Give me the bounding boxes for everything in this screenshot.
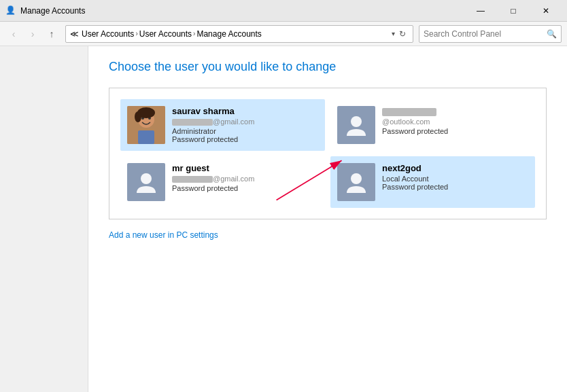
breadcrumb-part-3[interactable]: Manage Accounts bbox=[196, 29, 261, 39]
account-card-outlook[interactable]: @outlook.com Password protected bbox=[330, 99, 535, 151]
search-icon: 🔍 bbox=[547, 29, 557, 39]
name-blur-outlook bbox=[382, 108, 436, 116]
account-email-mrguest: @gmail.com bbox=[172, 175, 318, 183]
breadcrumb-part-2[interactable]: User Accounts bbox=[139, 29, 192, 39]
up-button[interactable]: ↑ bbox=[44, 26, 60, 42]
close-button[interactable]: ✕ bbox=[530, 0, 562, 22]
refresh-button[interactable]: ↻ bbox=[395, 26, 410, 41]
address-icon: ≪ bbox=[70, 29, 79, 39]
account-email-saurav: @gmail.com bbox=[172, 118, 318, 126]
account-protected-next2god: Password protected bbox=[382, 183, 528, 191]
avatar-image-saurav bbox=[127, 106, 165, 144]
main-area: Choose the user you would like to change bbox=[0, 46, 567, 392]
account-protected-outlook: Password protected bbox=[382, 127, 528, 135]
search-input[interactable] bbox=[424, 29, 547, 39]
account-info-outlook: @outlook.com Password protected bbox=[382, 106, 528, 135]
minimize-button[interactable]: — bbox=[465, 0, 496, 22]
account-name-saurav: saurav sharma bbox=[172, 106, 318, 116]
navigation-bar: ‹ › ↑ ≪ User Accounts › User Accounts › … bbox=[0, 22, 567, 46]
email-blur-saurav bbox=[172, 119, 213, 126]
window-title: Manage Accounts bbox=[20, 6, 465, 16]
avatar-next2god bbox=[337, 163, 375, 201]
email-suffix-mrguest: @gmail.com bbox=[213, 175, 254, 183]
account-name-outlook bbox=[382, 106, 528, 116]
account-type-saurav: Administrator bbox=[172, 127, 318, 135]
avatar-outlook bbox=[337, 106, 375, 144]
person-icon-mrguest bbox=[134, 170, 158, 194]
account-info-mrguest: mr guest @gmail.com Password protected bbox=[172, 163, 318, 192]
person-icon-next2god bbox=[344, 170, 368, 194]
accounts-container: saurav sharma @gmail.com Administrator P… bbox=[109, 88, 547, 219]
forward-button[interactable]: › bbox=[24, 26, 41, 42]
breadcrumb-part-1[interactable]: User Accounts bbox=[82, 29, 134, 39]
address-bar[interactable]: ≪ User Accounts › User Accounts › Manage… bbox=[65, 25, 413, 43]
account-email-outlook: @outlook.com bbox=[382, 118, 528, 126]
account-card-saurav[interactable]: saurav sharma @gmail.com Administrator P… bbox=[120, 99, 325, 151]
avatar-mrguest bbox=[127, 163, 165, 201]
sidebar bbox=[0, 46, 88, 392]
svg-point-7 bbox=[351, 116, 362, 127]
account-protected-saurav: Password protected bbox=[172, 135, 318, 143]
maximize-button[interactable]: □ bbox=[498, 0, 529, 22]
page-heading: Choose the user you would like to change bbox=[109, 60, 547, 74]
account-type-next2god: Local Account bbox=[382, 175, 528, 183]
avatar-saurav bbox=[127, 106, 165, 144]
account-name-next2god: next2god bbox=[382, 163, 528, 173]
account-info-saurav: saurav sharma @gmail.com Administrator P… bbox=[172, 106, 318, 143]
app-icon: 👤 bbox=[5, 5, 16, 16]
svg-point-9 bbox=[351, 173, 362, 184]
content-area: Choose the user you would like to change bbox=[88, 46, 567, 392]
email-suffix-saurav: @gmail.com bbox=[213, 118, 254, 126]
account-card-mrguest[interactable]: mr guest @gmail.com Password protected bbox=[120, 156, 325, 208]
account-protected-mrguest: Password protected bbox=[172, 184, 318, 192]
window-controls: — □ ✕ bbox=[465, 0, 562, 22]
account-card-next2god[interactable]: next2god Local Account Password protecte… bbox=[330, 156, 535, 208]
title-bar: 👤 Manage Accounts — □ ✕ bbox=[0, 0, 567, 22]
add-user-link[interactable]: Add a new user in PC settings bbox=[109, 230, 218, 240]
svg-point-5 bbox=[135, 111, 141, 122]
breadcrumb: User Accounts › User Accounts › Manage A… bbox=[82, 29, 392, 39]
svg-point-8 bbox=[141, 173, 152, 184]
back-button[interactable]: ‹ bbox=[5, 26, 22, 42]
person-icon-outlook bbox=[344, 113, 368, 137]
account-name-mrguest: mr guest bbox=[172, 163, 318, 173]
svg-rect-6 bbox=[138, 130, 154, 144]
email-suffix-outlook: @outlook.com bbox=[382, 118, 430, 126]
account-info-next2god: next2god Local Account Password protecte… bbox=[382, 163, 528, 191]
email-blur-mrguest bbox=[172, 176, 213, 183]
search-bar[interactable]: 🔍 bbox=[419, 25, 562, 43]
